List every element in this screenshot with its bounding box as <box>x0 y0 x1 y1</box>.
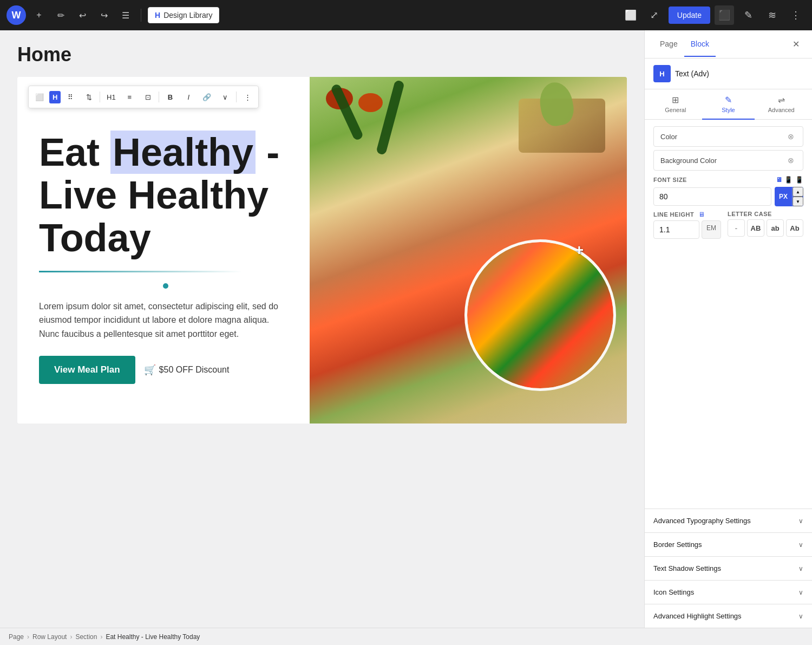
hero-divider-dot <box>163 283 168 289</box>
lc-none-button[interactable]: - <box>728 219 745 237</box>
block-toolbar-divider2 <box>159 92 159 102</box>
toolbar-divider <box>141 9 141 22</box>
hero-right-image: + <box>310 77 627 424</box>
font-size-input[interactable] <box>653 187 771 206</box>
adv-typography-header[interactable]: Advanced Typography Settings ∨ <box>645 509 812 532</box>
adv-typography-arrow: ∨ <box>798 517 803 525</box>
adv-highlight-header[interactable]: Advanced Highlight Settings ∨ <box>645 604 812 628</box>
breadcrumb-row-layout[interactable]: Row Layout <box>32 633 67 641</box>
h1-label: H1 <box>107 93 116 101</box>
cart-icon: 🛒 <box>144 364 156 376</box>
preview-mobile-button[interactable]: ⬜ <box>621 5 640 25</box>
color-picker-row[interactable]: Color ⊗ <box>653 126 803 147</box>
unit-down-button[interactable]: ▼ <box>793 197 803 206</box>
icon-settings-arrow: ∨ <box>798 589 803 596</box>
hero-divider-line <box>39 271 242 272</box>
tab-block[interactable]: Block <box>684 32 716 57</box>
update-button[interactable]: Update <box>669 6 710 24</box>
unit-arrows: ▲ ▼ <box>792 187 803 206</box>
sub-tab-style[interactable]: ✎ Style <box>702 89 755 120</box>
hero-actions: View Meal Plan 🛒 $50 OFF Discount <box>39 356 292 384</box>
mobile-icon[interactable]: 📱 <box>795 176 804 184</box>
breadcrumb-section[interactable]: Section <box>75 633 97 641</box>
lh-desktop-icon[interactable]: 🖥 <box>698 211 705 218</box>
general-label: General <box>665 107 686 113</box>
tablet-icon[interactable]: 📱 <box>784 176 793 184</box>
page-title: Home <box>17 43 627 66</box>
font-size-input-row: PX ▲ ▼ <box>653 187 803 206</box>
edit-button[interactable]: ✎ <box>738 5 758 25</box>
wp-logo-icon[interactable]: W <box>6 5 26 25</box>
hero-paragraph: Lorem ipsum dolor sit amet, consectetur … <box>39 299 288 341</box>
sub-tab-general[interactable]: ⊞ General <box>649 89 702 120</box>
icon-settings-label: Icon Settings <box>653 588 694 596</box>
font-size-unit: PX <box>775 193 792 200</box>
block-type-icon: H <box>653 65 671 82</box>
preview-external-button[interactable]: ⤢ <box>645 5 664 25</box>
discount-text: 🛒 $50 OFF Discount <box>144 364 230 376</box>
border-settings-header[interactable]: Border Settings ∨ <box>645 533 812 556</box>
unit-up-button[interactable]: ▲ <box>793 187 803 197</box>
view-meal-plan-button[interactable]: View Meal Plan <box>39 356 135 384</box>
more-options-button[interactable]: ∨ <box>217 88 234 106</box>
toolbar-right: ⬜ ⤢ Update ⬛ ✎ ≋ ⋮ <box>621 5 806 25</box>
heading-line3: Today <box>39 216 151 259</box>
adv-highlight-arrow: ∨ <box>798 613 803 620</box>
line-height-col: LINE HEIGHT 🖥 EM <box>653 211 721 239</box>
bg-color-clear-icon[interactable]: ⊗ <box>785 155 796 166</box>
lc-lower-button[interactable]: ab <box>767 219 784 237</box>
tab-page[interactable]: Page <box>653 32 684 57</box>
block-type-name: Text (Adv) <box>675 69 709 78</box>
undo-button[interactable]: ↩ <box>74 6 91 24</box>
line-height-input[interactable] <box>653 220 699 239</box>
block-more-button[interactable]: ⋮ <box>239 88 256 106</box>
tools-button[interactable]: ✏ <box>52 6 69 24</box>
color-clear-icon[interactable]: ⊗ <box>785 131 796 142</box>
italic-button[interactable]: I <box>180 88 197 106</box>
drag-handle-button[interactable]: ⠿ <box>62 88 79 106</box>
block-type-header: H Text (Adv) <box>645 58 812 89</box>
hero-left: ⬜ H ⠿ ⇅ H1 ≡ ⊡ B <box>17 77 310 424</box>
add-block-button[interactable]: + <box>30 6 48 24</box>
border-settings-label: Border Settings <box>653 540 702 549</box>
image-button[interactable]: ⊡ <box>139 88 156 106</box>
lc-cap-button[interactable]: Ab <box>786 219 803 237</box>
text-shadow-header[interactable]: Text Shadow Settings ∨ <box>645 557 812 580</box>
block-toolbar: ⬜ H ⠿ ⇅ H1 ≡ ⊡ B <box>28 86 259 108</box>
bowl-container <box>464 239 616 391</box>
advanced-label: Advanced <box>768 107 795 113</box>
sub-tab-advanced[interactable]: ⇌ Advanced <box>755 89 808 120</box>
heading-level-button[interactable]: H1 <box>102 88 120 106</box>
align-button[interactable]: ≡ <box>121 88 138 106</box>
redo-button[interactable]: ↪ <box>95 6 113 24</box>
desktop-icon[interactable]: 🖥 <box>776 176 783 184</box>
style-icon: ✎ <box>725 95 732 105</box>
lc-upper-button[interactable]: AB <box>747 219 764 237</box>
right-panel: Page Block ✕ H Text (Adv) ⊞ General ✎ St… <box>644 30 812 628</box>
breadcrumb-page[interactable]: Page <box>9 633 24 641</box>
text-shadow-arrow: ∨ <box>798 565 803 572</box>
discount-label: $50 OFF Discount <box>159 365 230 375</box>
panel-close-button[interactable]: ✕ <box>788 37 803 52</box>
plus-icon: + <box>575 242 584 259</box>
bold-button[interactable]: B <box>161 88 179 106</box>
list-view-button[interactable]: ☰ <box>117 6 134 24</box>
main-layout: Home ⬜ H ⠿ ⇅ H1 ≡ <box>0 30 812 628</box>
letter-case-buttons: - AB ab Ab <box>728 219 803 237</box>
panel-header: Page Block ✕ <box>645 30 812 58</box>
design-library-button[interactable]: H Design Library <box>148 7 219 23</box>
hero-heading[interactable]: Eat Healthy - Live Healthy Today <box>39 131 292 260</box>
advanced-icon: ⇌ <box>778 95 785 105</box>
move-up-down-button[interactable]: ⇅ <box>80 88 97 106</box>
bg-color-picker-row[interactable]: Background Color ⊗ <box>653 150 803 171</box>
line-height-letter-case-row: LINE HEIGHT 🖥 EM LETTER CASE - AB <box>653 211 803 239</box>
icon-settings-header[interactable]: Icon Settings ∨ <box>645 581 812 604</box>
editor-mode-button[interactable]: ⬛ <box>715 5 734 25</box>
extensions-button[interactable]: ≋ <box>762 5 782 25</box>
block-select-button[interactable]: ⬜ <box>31 88 48 106</box>
line-height-label: LINE HEIGHT <box>653 211 694 218</box>
options-button[interactable]: ⋮ <box>786 5 806 25</box>
link-button[interactable]: 🔗 <box>198 88 215 106</box>
panel-content: Color ⊗ Background Color ⊗ FONT SIZE 🖥 📱… <box>645 120 812 509</box>
color-label: Color <box>660 133 785 141</box>
